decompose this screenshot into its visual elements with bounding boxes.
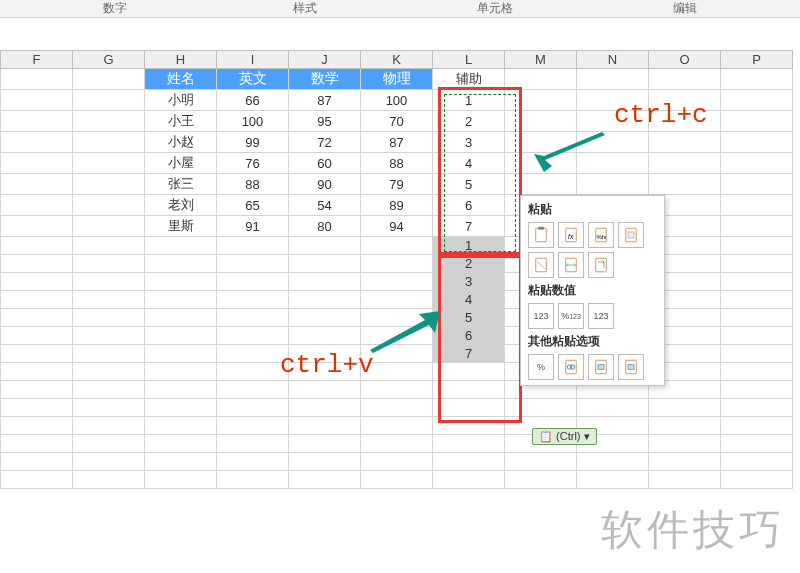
cell[interactable] <box>217 435 289 453</box>
cell[interactable] <box>73 345 145 363</box>
cell[interactable] <box>145 453 217 471</box>
cell[interactable] <box>1 90 73 111</box>
cell[interactable] <box>649 132 721 153</box>
cell-aux[interactable]: 3 <box>433 132 505 153</box>
cell[interactable] <box>721 435 793 453</box>
cell-en[interactable]: 66 <box>217 90 289 111</box>
cell[interactable] <box>1 399 73 417</box>
cell[interactable] <box>361 345 433 363</box>
cell[interactable] <box>649 399 721 417</box>
cell[interactable] <box>73 237 145 255</box>
cell[interactable] <box>145 399 217 417</box>
cell[interactable] <box>361 309 433 327</box>
worksheet-grid[interactable]: F G H I J K L M N O P 姓名 英文 数学 物理 辅助 小明6… <box>0 50 793 489</box>
cell-math[interactable]: 72 <box>289 132 361 153</box>
cell[interactable] <box>577 90 649 111</box>
paste-values-format-icon[interactable]: 123 <box>588 303 614 329</box>
cell[interactable] <box>217 417 289 435</box>
cell[interactable] <box>505 132 577 153</box>
cell[interactable] <box>361 381 433 399</box>
cell[interactable] <box>721 327 793 345</box>
col-H[interactable]: H <box>145 51 217 69</box>
paste-format-only-icon[interactable]: % <box>528 354 554 380</box>
cell[interactable] <box>145 345 217 363</box>
cell[interactable] <box>649 471 721 489</box>
cell[interactable] <box>433 471 505 489</box>
header-physics[interactable]: 物理 <box>361 69 433 90</box>
cell[interactable] <box>217 471 289 489</box>
cell[interactable] <box>145 237 217 255</box>
paste-picture-icon[interactable] <box>588 354 614 380</box>
cell[interactable] <box>73 132 145 153</box>
cell-name[interactable]: 里斯 <box>145 216 217 237</box>
cell-name[interactable]: 小赵 <box>145 132 217 153</box>
header-math[interactable]: 数学 <box>289 69 361 90</box>
cell[interactable] <box>361 453 433 471</box>
cell-aux[interactable]: 4 <box>433 153 505 174</box>
cell[interactable] <box>73 399 145 417</box>
cell[interactable] <box>1 453 73 471</box>
col-P[interactable]: P <box>721 51 793 69</box>
cell-name[interactable]: 老刘 <box>145 195 217 216</box>
paste-no-border-icon[interactable] <box>528 252 554 278</box>
cell[interactable] <box>577 471 649 489</box>
cell[interactable] <box>649 153 721 174</box>
cell[interactable] <box>577 174 649 195</box>
header-english[interactable]: 英文 <box>217 69 289 90</box>
cell[interactable] <box>649 69 721 90</box>
cell[interactable] <box>721 471 793 489</box>
cell[interactable] <box>289 309 361 327</box>
cell[interactable] <box>73 435 145 453</box>
cell[interactable] <box>73 327 145 345</box>
cell[interactable] <box>721 363 793 381</box>
cell[interactable] <box>361 237 433 255</box>
cell-pasted[interactable]: 2 <box>433 255 505 273</box>
cell-math[interactable]: 95 <box>289 111 361 132</box>
cell-phy[interactable]: 88 <box>361 153 433 174</box>
cell[interactable] <box>721 417 793 435</box>
cell[interactable] <box>1 291 73 309</box>
cell[interactable] <box>433 435 505 453</box>
cell-phy[interactable]: 70 <box>361 111 433 132</box>
cell[interactable] <box>649 90 721 111</box>
cell-aux[interactable]: 1 <box>433 90 505 111</box>
cell[interactable] <box>721 69 793 90</box>
cell[interactable] <box>73 273 145 291</box>
cell[interactable] <box>217 327 289 345</box>
cell[interactable] <box>217 309 289 327</box>
cell[interactable] <box>73 69 145 90</box>
cell-pasted[interactable]: 6 <box>433 327 505 345</box>
paste-values-icon[interactable]: 123 <box>528 303 554 329</box>
cell[interactable] <box>577 69 649 90</box>
cell[interactable] <box>505 471 577 489</box>
cell[interactable] <box>1 309 73 327</box>
cell[interactable] <box>577 132 649 153</box>
cell[interactable] <box>1 327 73 345</box>
paste-ctrl-button[interactable]: 📋 (Ctrl) ▾ <box>532 428 597 445</box>
cell[interactable] <box>145 327 217 345</box>
paste-link-icon[interactable] <box>558 354 584 380</box>
cell[interactable] <box>721 153 793 174</box>
cell[interactable] <box>217 363 289 381</box>
cell[interactable] <box>73 291 145 309</box>
cell[interactable] <box>73 195 145 216</box>
cell[interactable] <box>289 255 361 273</box>
cell-en[interactable]: 88 <box>217 174 289 195</box>
cell[interactable] <box>721 174 793 195</box>
header-aux[interactable]: 辅助 <box>433 69 505 90</box>
cell-en[interactable]: 76 <box>217 153 289 174</box>
cell[interactable] <box>721 381 793 399</box>
cell[interactable] <box>289 399 361 417</box>
cell[interactable] <box>73 90 145 111</box>
cell-en[interactable]: 91 <box>217 216 289 237</box>
cell[interactable] <box>145 255 217 273</box>
cell[interactable] <box>361 327 433 345</box>
cell-math[interactable]: 54 <box>289 195 361 216</box>
cell[interactable] <box>505 453 577 471</box>
cell[interactable] <box>1 435 73 453</box>
cell-math[interactable]: 60 <box>289 153 361 174</box>
cell-aux[interactable]: 2 <box>433 111 505 132</box>
cell[interactable] <box>289 273 361 291</box>
cell[interactable] <box>1 255 73 273</box>
cell[interactable] <box>721 255 793 273</box>
